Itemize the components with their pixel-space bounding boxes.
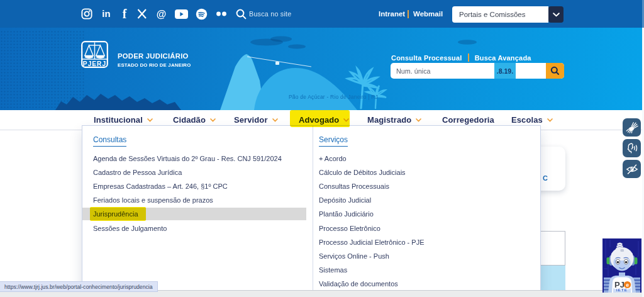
menu-column-divider	[313, 126, 313, 290]
menu-item-plantao-judiciario[interactable]: Plantão Judiciário	[319, 207, 425, 221]
svg-text:f: f	[123, 8, 127, 20]
process-search-bar: .8.19.	[391, 63, 564, 79]
advogado-highlight	[290, 110, 350, 127]
process-number-input[interactable]	[391, 63, 494, 79]
menu-item-cadastro-pessoa-juridica[interactable]: Cadastro de Pessoa Jurídica	[93, 165, 282, 179]
menu-item-sistemas[interactable]: Sistemas	[319, 263, 425, 277]
process-number-suffix-input[interactable]	[516, 63, 546, 79]
menu-item-processo-eletronico[interactable]: Processo Eletrônico	[319, 221, 425, 235]
nav-item-servidor[interactable]: Servidor	[234, 110, 278, 130]
portals-select-button[interactable]	[548, 6, 564, 23]
menu-item-pje[interactable]: Processo Judicial Eletrônico - PJE	[319, 235, 425, 249]
intranet-link[interactable]: Intranet	[379, 0, 405, 28]
background-card-text: C	[543, 174, 548, 182]
svg-text:in: in	[102, 8, 110, 19]
chevron-down-icon	[416, 118, 421, 122]
menu-heading-servicos[interactable]: Serviços	[319, 135, 348, 147]
nav-item-cidadao[interactable]: Cidadão	[173, 110, 216, 130]
consultas-list: Agenda de Sessões Virtuais do 2º Grau - …	[93, 152, 282, 235]
process-number-mask: .8.19.	[494, 63, 516, 79]
menu-item-feriados-locais[interactable]: Feriados locais e suspensão de prazos	[93, 193, 282, 207]
youtube-icon[interactable]	[174, 0, 188, 28]
facebook-icon[interactable]: f	[118, 0, 131, 28]
svg-text:PJERJ: PJERJ	[83, 60, 106, 67]
page: in f @ Busca no site Intranet Webmail Po…	[0, 0, 644, 297]
hide-content-button[interactable]	[623, 160, 641, 178]
links-divider	[468, 53, 469, 62]
org-title-block: PODER JUDICIÁRIO ESTADO DO RIO DE JANEIR…	[118, 52, 191, 68]
sign-language-icon	[625, 121, 639, 135]
advogado-mega-menu: Consultas Agenda de Sessões Virtuais do …	[82, 125, 541, 291]
chevron-down-icon	[547, 118, 553, 122]
menu-item-calculo-debitos[interactable]: Cálculo de Débitos Judiciais	[319, 165, 425, 179]
jurisprudencia-highlight	[90, 207, 146, 221]
org-name: PODER JUDICIÁRIO	[118, 52, 191, 60]
sign-language-button[interactable]	[623, 118, 641, 137]
topbar: in f @ Busca no site Intranet Webmail Po…	[0, 0, 644, 28]
menu-item-push[interactable]: Serviços Online - Push	[319, 249, 425, 263]
spotify-icon[interactable]	[194, 0, 208, 28]
org-subtitle: ESTADO DO RIO DE JANEIRO	[118, 62, 191, 68]
menu-item-jurisprudencia[interactable]: Jurisprudência	[93, 207, 282, 221]
search-icon[interactable]	[234, 0, 248, 28]
illustration-caption: Pão de Açúcar - Rio de Janeiro | RJ	[284, 94, 382, 100]
pje-iete-mascot[interactable]: PJ e IETE	[602, 238, 641, 293]
chevron-down-icon	[210, 118, 216, 122]
chevron-down-icon	[272, 118, 278, 122]
speech-button[interactable]	[623, 139, 641, 157]
menu-item-validacao-documentos[interactable]: Validação de documentos	[319, 277, 425, 291]
consulta-processual-link[interactable]: Consulta Processual	[391, 54, 462, 62]
menu-heading-consultas[interactable]: Consultas	[93, 135, 126, 147]
threads-icon[interactable]: @	[154, 0, 168, 28]
site-header: Pão de Açúcar - Rio de Janeiro | RJ PJER…	[0, 28, 644, 110]
menu-item-empresas-cadastradas[interactable]: Empresas Cadastradas – Art. 246, §1º CPC	[93, 179, 282, 193]
svg-text:IETE: IETE	[616, 288, 628, 292]
topbar-divider	[408, 10, 409, 18]
site-search-label[interactable]: Busca no site	[249, 0, 291, 28]
instagram-icon[interactable]	[80, 0, 94, 28]
chevron-down-icon	[147, 118, 153, 122]
flickr-icon[interactable]	[214, 0, 228, 28]
chevron-down-icon	[553, 13, 560, 17]
nav-item-institucional[interactable]: Institucional	[94, 110, 153, 130]
svg-text:@: @	[156, 9, 166, 20]
servicos-list: + Acordo Cálculo de Débitos Judiciais Co…	[319, 152, 425, 291]
portals-select[interactable]: Portais e Comissões	[452, 6, 548, 23]
menu-item-consultas-processuais[interactable]: Consultas Processuais	[319, 179, 425, 193]
eye-slash-icon	[625, 162, 639, 176]
menu-item-acordo[interactable]: + Acordo	[319, 152, 425, 165]
nav-item-corregedoria[interactable]: Corregedoria	[442, 110, 494, 130]
speech-icon	[625, 142, 639, 155]
menu-item-agenda-sessoes[interactable]: Agenda de Sessões Virtuais do 2º Grau - …	[93, 152, 282, 165]
portals-select-value: Portais e Comissões	[459, 11, 525, 18]
menu-item-deposito-judicial[interactable]: Depósito Judicial	[319, 193, 425, 207]
nav-item-escolas[interactable]: Escolas	[511, 110, 553, 130]
search-icon	[550, 66, 560, 76]
search-links-row: Consulta Processual Busca Avançada	[391, 53, 531, 62]
webmail-link[interactable]: Webmail	[413, 0, 443, 28]
x-icon[interactable]	[135, 0, 149, 28]
process-search-button[interactable]	[546, 63, 564, 79]
menu-item-sessoes-julgamento[interactable]: Sessões de Julgamento	[93, 221, 282, 235]
pjerj-logo[interactable]: PJERJ	[81, 41, 108, 68]
nav-item-magistrado[interactable]: Magistrado	[367, 110, 421, 130]
busca-avancada-link[interactable]: Busca Avançada	[475, 54, 531, 62]
linkedin-icon[interactable]: in	[99, 0, 113, 28]
link-status-bar: https://www.tjrj.jus.br/web/portal-conhe…	[0, 281, 158, 292]
